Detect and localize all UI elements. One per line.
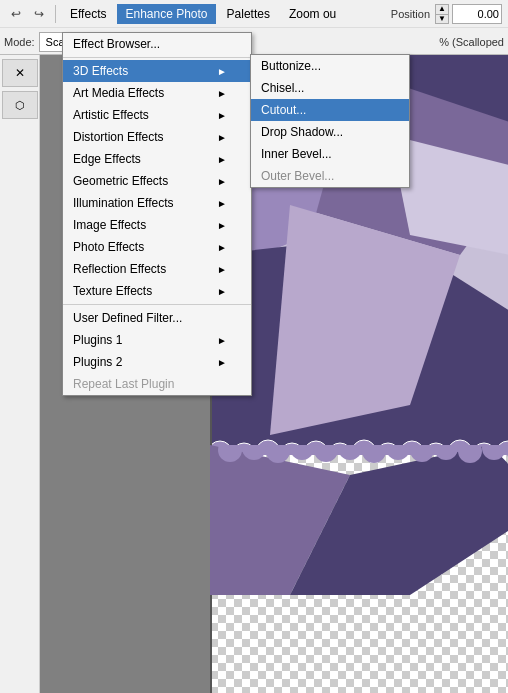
canvas-lower-image bbox=[210, 445, 508, 595]
effects-dropdown: Effect Browser... 3D Effects ► Art Media… bbox=[62, 32, 252, 396]
geometric-label: Geometric Effects bbox=[73, 174, 168, 188]
plugins-1-arrow: ► bbox=[217, 335, 227, 346]
tool-button-1[interactable]: ✕ bbox=[2, 59, 38, 87]
position-label: Position bbox=[391, 8, 430, 20]
distortion-arrow: ► bbox=[217, 132, 227, 143]
artistic-arrow: ► bbox=[217, 110, 227, 121]
artistic-label: Artistic Effects bbox=[73, 108, 149, 122]
menu-effects[interactable]: Effects bbox=[62, 4, 114, 24]
repeat-last-label: Repeat Last Plugin bbox=[73, 377, 174, 391]
position-spin-down[interactable]: ▼ bbox=[435, 14, 449, 24]
art-media-arrow: ► bbox=[217, 88, 227, 99]
menu-edge-effects[interactable]: Edge Effects ► bbox=[63, 148, 251, 170]
menu-reflection-effects[interactable]: Reflection Effects ► bbox=[63, 258, 251, 280]
effect-browser-label: Effect Browser... bbox=[73, 37, 160, 51]
outer-bevel-label: Outer Bevel... bbox=[261, 169, 334, 183]
photo-label: Photo Effects bbox=[73, 240, 144, 254]
cutout-label: Cutout... bbox=[261, 103, 306, 117]
menu-texture-effects[interactable]: Texture Effects ► bbox=[63, 280, 251, 302]
submenu-cutout[interactable]: Cutout... bbox=[251, 99, 409, 121]
dropdown-container: Effect Browser... 3D Effects ► Art Media… bbox=[62, 32, 252, 396]
submenu-buttonize[interactable]: Buttonize... bbox=[251, 55, 409, 77]
submenu-chisel[interactable]: Chisel... bbox=[251, 77, 409, 99]
3d-effects-label: 3D Effects bbox=[73, 64, 128, 78]
reflection-arrow: ► bbox=[217, 264, 227, 275]
position-spin-up[interactable]: ▲ bbox=[435, 4, 449, 14]
tool-button-2[interactable]: ⬡ bbox=[2, 91, 38, 119]
menu-photo-effects[interactable]: Photo Effects ► bbox=[63, 236, 251, 258]
menu-distortion-effects[interactable]: Distortion Effects ► bbox=[63, 126, 251, 148]
inner-bevel-label: Inner Bevel... bbox=[261, 147, 332, 161]
menu-artistic-effects[interactable]: Artistic Effects ► bbox=[63, 104, 251, 126]
canvas-lower-svg bbox=[210, 445, 508, 595]
illumination-arrow: ► bbox=[217, 198, 227, 209]
menu-palettes[interactable]: Palettes bbox=[219, 4, 278, 24]
menu-illumination-effects[interactable]: Illumination Effects ► bbox=[63, 192, 251, 214]
menu-plugins-2[interactable]: Plugins 2 ► bbox=[63, 351, 251, 373]
art-media-label: Art Media Effects bbox=[73, 86, 164, 100]
toolbar-row-1: ↩ ↪ Effects Enhance Photo Palettes Zoom … bbox=[0, 0, 508, 28]
menu-repeat-last: Repeat Last Plugin bbox=[63, 373, 251, 395]
submenu-outer-bevel: Outer Bevel... bbox=[251, 165, 409, 187]
submenu-drop-shadow[interactable]: Drop Shadow... bbox=[251, 121, 409, 143]
image-arrow: ► bbox=[217, 220, 227, 231]
mode-label: Mode: bbox=[4, 36, 35, 48]
chisel-label: Chisel... bbox=[261, 81, 304, 95]
edge-arrow: ► bbox=[217, 154, 227, 165]
plugins-2-arrow: ► bbox=[217, 357, 227, 368]
menu-zoom[interactable]: Zoom ou bbox=[281, 4, 344, 24]
left-tool-panel: ✕ ⬡ bbox=[0, 55, 40, 693]
submenu-inner-bevel[interactable]: Inner Bevel... bbox=[251, 143, 409, 165]
geometric-arrow: ► bbox=[217, 176, 227, 187]
drop-shadow-label: Drop Shadow... bbox=[261, 125, 343, 139]
reflection-label: Reflection Effects bbox=[73, 262, 166, 276]
texture-arrow: ► bbox=[217, 286, 227, 297]
buttonize-label: Buttonize... bbox=[261, 59, 321, 73]
pct-label: % (Scalloped bbox=[439, 36, 504, 48]
separator-1 bbox=[63, 57, 251, 58]
photo-arrow: ► bbox=[217, 242, 227, 253]
menu-image-effects[interactable]: Image Effects ► bbox=[63, 214, 251, 236]
texture-label: Texture Effects bbox=[73, 284, 152, 298]
illumination-label: Illumination Effects bbox=[73, 196, 174, 210]
plugins-2-label: Plugins 2 bbox=[73, 355, 122, 369]
menu-effect-browser[interactable]: Effect Browser... bbox=[63, 33, 251, 55]
plugins-1-label: Plugins 1 bbox=[73, 333, 122, 347]
position-input[interactable] bbox=[452, 4, 502, 24]
distortion-label: Distortion Effects bbox=[73, 130, 163, 144]
separator bbox=[55, 5, 56, 23]
3d-effects-arrow: ► bbox=[217, 66, 227, 77]
3d-effects-submenu: Buttonize... Chisel... Cutout... Drop Sh… bbox=[250, 54, 410, 188]
separator-2 bbox=[63, 304, 251, 305]
menu-art-media-effects[interactable]: Art Media Effects ► bbox=[63, 82, 251, 104]
menu-user-defined[interactable]: User Defined Filter... bbox=[63, 307, 251, 329]
menu-geometric-effects[interactable]: Geometric Effects ► bbox=[63, 170, 251, 192]
menu-3d-effects[interactable]: 3D Effects ► bbox=[63, 60, 251, 82]
image-label: Image Effects bbox=[73, 218, 146, 232]
menu-plugins-1[interactable]: Plugins 1 ► bbox=[63, 329, 251, 351]
edge-label: Edge Effects bbox=[73, 152, 141, 166]
menu-enhance-photo[interactable]: Enhance Photo bbox=[117, 4, 215, 24]
user-defined-label: User Defined Filter... bbox=[73, 311, 182, 325]
redo-button[interactable]: ↪ bbox=[29, 4, 49, 24]
undo-button[interactable]: ↩ bbox=[6, 4, 26, 24]
